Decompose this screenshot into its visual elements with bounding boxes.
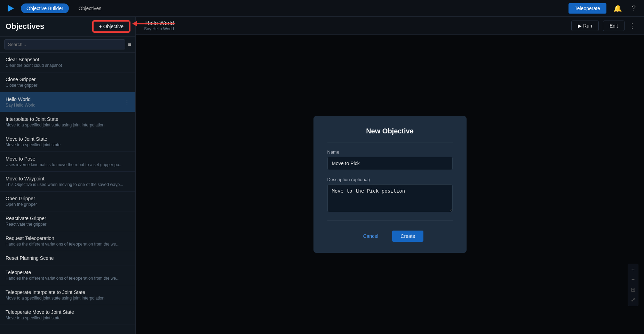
list-item-desc: Say Hello World bbox=[6, 103, 35, 108]
sidebar-item-move-waypoint[interactable]: Move to Waypoint This Objective is used … bbox=[0, 172, 135, 192]
filter-icon[interactable]: ≡ bbox=[128, 41, 131, 48]
sidebar-item-teleoperate-move-joint[interactable]: Teleoperate Move to Joint State Move to … bbox=[0, 305, 135, 325]
list-item-title: Teleoperate bbox=[6, 270, 130, 275]
list-item-desc: Move to a specified joint state bbox=[6, 316, 130, 320]
more-options-button[interactable]: ⋮ bbox=[629, 22, 636, 30]
sidebar-item-move-joint[interactable]: Move to Joint State Move to a specified … bbox=[0, 132, 135, 152]
sidebar: Objectives + Objective ≡ Clear Snapshot … bbox=[0, 17, 136, 334]
modal-title: New Objective bbox=[327, 127, 453, 135]
run-button[interactable]: ▶ Run bbox=[571, 21, 599, 31]
sidebar-item-move-pose[interactable]: Move to Pose Uses inverse kinematics to … bbox=[0, 152, 135, 172]
modal-name-field: Name bbox=[327, 149, 453, 170]
list-item-desc: Open the gripper bbox=[6, 202, 130, 207]
app-logo bbox=[6, 3, 15, 13]
help-icon[interactable]: ? bbox=[629, 3, 638, 14]
sidebar-item-open-gripper[interactable]: Open Gripper Open the gripper bbox=[0, 192, 135, 211]
list-item-desc: Handles the different variations of tele… bbox=[6, 242, 130, 247]
desc-textarea[interactable] bbox=[327, 184, 453, 212]
add-objective-button[interactable]: + Objective bbox=[93, 21, 130, 32]
sidebar-item-clear-snapshot[interactable]: Clear Snapshot Clear the point cloud sna… bbox=[0, 53, 135, 72]
sidebar-item-request-teleop[interactable]: Request Teleoperation Handles the differ… bbox=[0, 231, 135, 251]
objectives-tab[interactable]: Objectives bbox=[73, 3, 107, 13]
list-item-title: Hello World bbox=[6, 96, 35, 102]
canvas-area: + − ⊞ ⤢ New Objective Name Description (… bbox=[136, 35, 644, 334]
search-bar: ≡ bbox=[0, 37, 135, 53]
list-item-title: Teleoperate Move to Joint State bbox=[6, 309, 130, 315]
item-menu-icon[interactable]: ⋮ bbox=[124, 99, 130, 106]
sidebar-item-close-gripper[interactable]: Close Gripper Close the gripper bbox=[0, 72, 135, 92]
list-item-title: Teleoperate Interpolate to Joint State bbox=[6, 289, 130, 295]
sidebar-item-teleoperate[interactable]: Teleoperate Handles the different variat… bbox=[0, 265, 135, 285]
cancel-button[interactable]: Cancel bbox=[356, 231, 385, 242]
content-topbar: Hello World Say Hello World ▶ Run Edit ⋮ bbox=[136, 17, 644, 35]
list-item-desc: Clear the point cloud snapshot bbox=[6, 63, 130, 68]
search-input[interactable] bbox=[4, 39, 125, 49]
modal-actions: Cancel Create bbox=[327, 231, 453, 242]
list-item-title: Move to Waypoint bbox=[6, 176, 130, 181]
sidebar-title: Objectives bbox=[6, 22, 44, 31]
selected-objective-desc: Say Hello World bbox=[144, 26, 174, 31]
sidebar-item-interpolate-joint[interactable]: Interpolate to Joint State Move to a spe… bbox=[0, 112, 135, 132]
list-item-desc: Move to a specified joint state using jo… bbox=[6, 296, 130, 301]
list-item-title: Reset Planning Scene bbox=[6, 255, 130, 261]
list-item-desc: Move to a specified joint state bbox=[6, 142, 130, 147]
modal-divider-bottom bbox=[327, 220, 453, 221]
list-item-title: Interpolate to Joint State bbox=[6, 116, 130, 122]
create-button[interactable]: Create bbox=[392, 231, 423, 242]
svg-marker-0 bbox=[8, 5, 14, 12]
list-item-title: Open Gripper bbox=[6, 196, 130, 201]
modal-overlay: New Objective Name Description (optional… bbox=[136, 35, 644, 334]
list-item-title: Close Gripper bbox=[6, 77, 130, 82]
red-arrow-indicator bbox=[132, 21, 175, 26]
teleoperate-button[interactable]: Teleoperate bbox=[569, 3, 606, 14]
sidebar-item-hello-world[interactable]: Hello World Say Hello World ⋮ bbox=[0, 92, 135, 112]
list-item-desc: Close the gripper bbox=[6, 83, 130, 88]
list-item-desc: Uses inverse kinematics to move the robo… bbox=[6, 162, 130, 167]
list-item-desc: Reactivate the gripper bbox=[6, 222, 130, 227]
top-navigation: Objective Builder Objectives Teleoperate… bbox=[0, 0, 644, 17]
content-area: Hello World Say Hello World ▶ Run Edit ⋮… bbox=[136, 17, 644, 334]
sidebar-item-reset-planning[interactable]: Reset Planning Scene bbox=[0, 251, 135, 265]
name-label: Name bbox=[327, 149, 453, 155]
sidebar-item-teleoperate-interpolate[interactable]: Teleoperate Interpolate to Joint State M… bbox=[0, 285, 135, 305]
list-item-desc: Handles the different variations of tele… bbox=[6, 276, 130, 281]
edit-button[interactable]: Edit bbox=[603, 21, 625, 31]
list-item-title: Move to Joint State bbox=[6, 136, 130, 142]
objective-builder-tab[interactable]: Objective Builder bbox=[21, 3, 69, 13]
modal-divider bbox=[327, 142, 453, 142]
list-item-desc: Move to a specified joint state using jo… bbox=[6, 123, 130, 127]
new-objective-modal: New Objective Name Description (optional… bbox=[313, 116, 467, 253]
sidebar-item-reactivate-gripper[interactable]: Reactivate Gripper Reactivate the grippe… bbox=[0, 211, 135, 231]
bell-icon[interactable]: 🔔 bbox=[611, 3, 625, 14]
list-item-title: Move to Pose bbox=[6, 156, 130, 162]
arrow-head bbox=[132, 21, 137, 26]
list-item-title: Clear Snapshot bbox=[6, 57, 130, 62]
arrow-line bbox=[137, 23, 175, 24]
list-item-title: Reactivate Gripper bbox=[6, 216, 130, 221]
sidebar-header: Objectives + Objective bbox=[0, 17, 135, 37]
modal-desc-field: Description (optional) bbox=[327, 177, 453, 213]
list-item-desc: This Objective is used when moving to on… bbox=[6, 182, 130, 187]
list-item-title: Request Teleoperation bbox=[6, 235, 130, 241]
name-input[interactable] bbox=[327, 157, 453, 170]
main-layout: Objectives + Objective ≡ Clear Snapshot … bbox=[0, 17, 644, 334]
desc-label: Description (optional) bbox=[327, 177, 453, 182]
objectives-list: Clear Snapshot Clear the point cloud sna… bbox=[0, 53, 135, 334]
